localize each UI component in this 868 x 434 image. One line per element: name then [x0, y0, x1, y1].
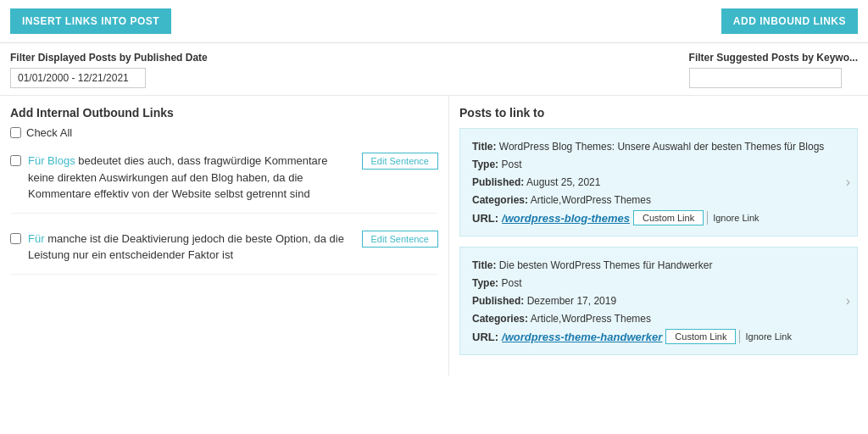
post-1-title-value: WordPress Blog Themes: Unsere Auswahl de… [499, 141, 825, 153]
add-inbound-button[interactable]: ADD INBOUND LINKS [721, 8, 858, 34]
insert-links-button[interactable]: INSERT LINKS INTO POST [10, 8, 171, 34]
posts-to-link-title: Posts to link to [459, 106, 858, 120]
post-1-categories-value: Article,WordPress Themes [531, 194, 651, 206]
check-all-row: Check All [10, 126, 438, 139]
sentence-1-text: Für Blogs bedeutet dies auch, dass fragw… [28, 153, 355, 203]
post-1-url-value[interactable]: /wordpress-blog-themes [502, 212, 630, 225]
filter-date-label: Filter Displayed Posts by Published Date [10, 52, 208, 64]
keyword-input[interactable] [689, 68, 842, 88]
post-card-2: Title: Die besten WordPress Themes für H… [459, 247, 858, 355]
date-range-input[interactable] [10, 68, 146, 88]
post-2-url-row: URL: /wordpress-theme-handwerker Custom … [472, 329, 845, 344]
post-1-title: Title: WordPress Blog Themes: Unsere Aus… [472, 139, 845, 154]
post-1-arrow-icon: › [846, 175, 850, 190]
add-links-title: Add Internal Outbound Links [10, 106, 438, 120]
post-1-ignore-link-button[interactable]: Ignore Link [707, 211, 764, 225]
post-1-url-row: URL: /wordpress-blog-themes Custom Link … [472, 210, 845, 225]
post-2-url-value[interactable]: /wordpress-theme-handwerker [502, 331, 662, 343]
right-panel: Posts to link to Title: WordPress Blog T… [449, 96, 868, 376]
post-1-published: Published: August 25, 2021 [472, 175, 845, 190]
post-2-title-label: Title: [472, 259, 496, 271]
filter-date-section: Filter Displayed Posts by Published Date [10, 52, 208, 88]
post-card-1: Title: WordPress Blog Themes: Unsere Aus… [459, 128, 858, 236]
post-1-url-label: URL: [472, 212, 498, 225]
post-2-custom-link-button[interactable]: Custom Link [665, 329, 736, 344]
post-2-categories-value: Article,WordPress Themes [531, 313, 651, 325]
check-all-label: Check All [26, 126, 72, 139]
post-2-categories-label: Categories: [472, 313, 528, 325]
edit-sentence-2-button[interactable]: Edit Sentence [362, 231, 439, 248]
post-2-published: Published: Dezember 17, 2019 [472, 293, 845, 309]
post-2-title: Title: Die besten WordPress Themes für H… [472, 258, 845, 273]
post-2-type: Type: Post [472, 275, 845, 291]
top-bar: INSERT LINKS INTO POST ADD INBOUND LINKS [0, 0, 868, 43]
post-1-categories: Categories: Article,WordPress Themes [472, 192, 845, 208]
post-1-categories-label: Categories: [472, 194, 528, 206]
check-all-checkbox[interactable] [10, 127, 21, 138]
sentence-2-text: Für manche ist die Deaktivierung jedoch … [28, 231, 355, 264]
edit-sentence-1-button[interactable]: Edit Sentence [362, 153, 439, 170]
post-1-published-value: August 25, 2021 [526, 176, 600, 188]
sentence-2-checkbox[interactable] [10, 233, 21, 244]
post-1-custom-link-button[interactable]: Custom Link [633, 210, 704, 225]
post-2-url-label: URL: [472, 331, 498, 343]
main-content: Add Internal Outbound Links Check All Fü… [0, 96, 868, 376]
sentence-2-after: manche ist die Deaktivierung jedoch die … [28, 232, 344, 262]
sentence-2-link[interactable]: Für [28, 232, 45, 245]
filter-row: Filter Displayed Posts by Published Date… [0, 43, 868, 96]
post-2-title-value: Die besten WordPress Themes für Handwerk… [499, 259, 713, 271]
post-1-type-label: Type: [472, 159, 498, 170]
post-2-ignore-link-button[interactable]: Ignore Link [739, 330, 796, 343]
filter-keyword-section: Filter Suggested Posts by Keywo... [689, 52, 858, 88]
post-2-categories: Categories: Article,WordPress Themes [472, 311, 845, 326]
post-1-type-value: Post [501, 159, 521, 170]
post-2-type-value: Post [501, 277, 521, 289]
filter-keyword-label: Filter Suggested Posts by Keywo... [689, 52, 858, 64]
post-1-title-label: Title: [472, 141, 496, 153]
post-2-published-value: Dezember 17, 2019 [527, 295, 616, 307]
post-2-arrow-icon: › [846, 293, 850, 309]
left-panel: Add Internal Outbound Links Check All Fü… [0, 96, 449, 376]
post-1-type: Type: Post [472, 157, 845, 172]
post-2-type-label: Type: [472, 277, 498, 289]
post-1-published-label: Published: [472, 176, 524, 188]
sentence-1-checkbox[interactable] [10, 155, 21, 166]
post-2-published-label: Published: [472, 295, 524, 307]
sentence-item: Für manche ist die Deaktivierung jedoch … [10, 231, 438, 275]
sentence-1-link[interactable]: Für Blogs [28, 154, 75, 167]
sentence-item: Für Blogs bedeutet dies auch, dass fragw… [10, 153, 438, 214]
